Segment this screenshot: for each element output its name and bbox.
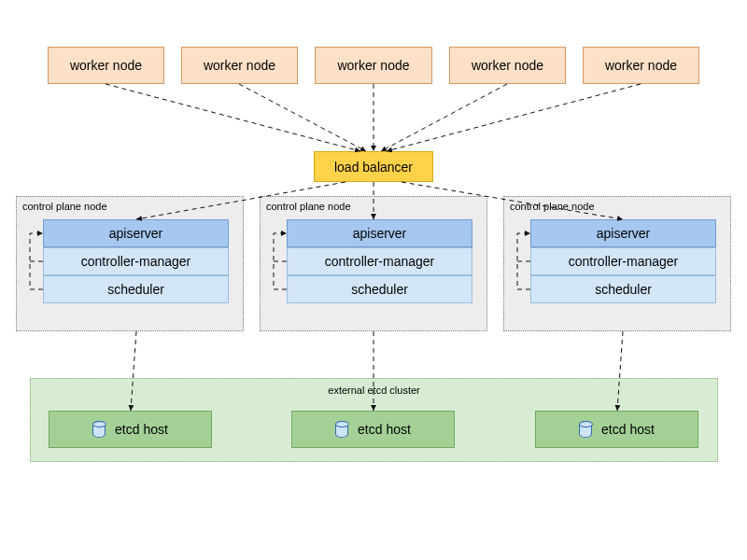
apiserver-box: apiserver bbox=[43, 219, 229, 247]
worker-node-box: worker node bbox=[315, 47, 432, 84]
controller-manager-label: controller-manager bbox=[569, 254, 679, 269]
apiserver-box: apiserver bbox=[287, 219, 472, 247]
controller-manager-box: controller-manager bbox=[530, 247, 716, 275]
database-icon bbox=[92, 421, 106, 438]
scheduler-label: scheduler bbox=[595, 282, 652, 297]
etcd-cluster-label: external etcd cluster bbox=[31, 385, 717, 396]
worker-node-label: worker node bbox=[204, 58, 275, 73]
load-balancer-label: load balancer bbox=[334, 160, 413, 175]
control-plane-label: control plane node bbox=[510, 201, 595, 212]
etcd-host-label: etcd host bbox=[358, 422, 411, 437]
worker-node-box: worker node bbox=[583, 47, 699, 84]
worker-node-label: worker node bbox=[472, 58, 543, 73]
worker-node-box: worker node bbox=[181, 47, 298, 84]
database-icon bbox=[335, 421, 348, 438]
scheduler-box: scheduler bbox=[530, 275, 716, 303]
worker-node-label: worker node bbox=[337, 58, 409, 73]
apiserver-label: apiserver bbox=[597, 226, 651, 241]
controller-manager-box: controller-manager bbox=[43, 247, 229, 275]
worker-node-label: worker node bbox=[70, 58, 142, 73]
database-icon bbox=[579, 421, 592, 438]
controller-manager-label: controller-manager bbox=[325, 254, 435, 269]
apiserver-label: apiserver bbox=[109, 226, 163, 241]
etcd-host-label: etcd host bbox=[601, 422, 655, 437]
etcd-host-box: etcd host bbox=[49, 411, 212, 448]
svg-line-1 bbox=[239, 84, 366, 151]
load-balancer-box: load balancer bbox=[314, 151, 433, 182]
worker-node-box: worker node bbox=[48, 47, 164, 84]
worker-node-label: worker node bbox=[605, 58, 677, 73]
apiserver-box: apiserver bbox=[530, 219, 716, 247]
etcd-host-label: etcd host bbox=[115, 422, 168, 437]
scheduler-label: scheduler bbox=[107, 282, 164, 297]
scheduler-box: scheduler bbox=[43, 275, 229, 303]
apiserver-label: apiserver bbox=[353, 226, 407, 241]
etcd-host-box: etcd host bbox=[535, 411, 698, 448]
scheduler-label: scheduler bbox=[351, 282, 408, 297]
svg-line-3 bbox=[381, 84, 507, 151]
worker-node-box: worker node bbox=[449, 47, 566, 84]
control-plane-label: control plane node bbox=[266, 201, 351, 212]
controller-manager-label: controller-manager bbox=[81, 254, 191, 269]
etcd-host-box: etcd host bbox=[291, 411, 455, 448]
svg-line-4 bbox=[387, 84, 641, 151]
control-plane-label: control plane node bbox=[22, 201, 107, 212]
controller-manager-box: controller-manager bbox=[287, 247, 472, 275]
svg-line-0 bbox=[106, 84, 360, 151]
scheduler-box: scheduler bbox=[287, 275, 472, 303]
